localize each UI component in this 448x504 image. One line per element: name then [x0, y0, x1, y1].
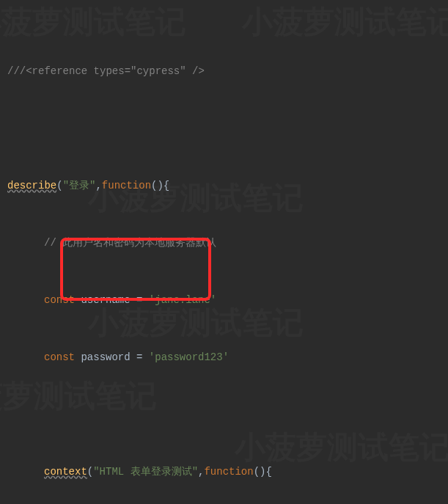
describe-call: describe	[7, 180, 56, 191]
context-call: context	[44, 466, 87, 478]
user-comment: // 此用户名和密码为本地服务器默认	[44, 237, 216, 249]
code-content: ///<reference types="cypress" /> describ…	[0, 4, 448, 504]
code-editor[interactable]: ///<reference types="cypress" /> describ…	[0, 0, 448, 504]
reference-comment: ///<reference types="cypress" />	[7, 65, 205, 77]
